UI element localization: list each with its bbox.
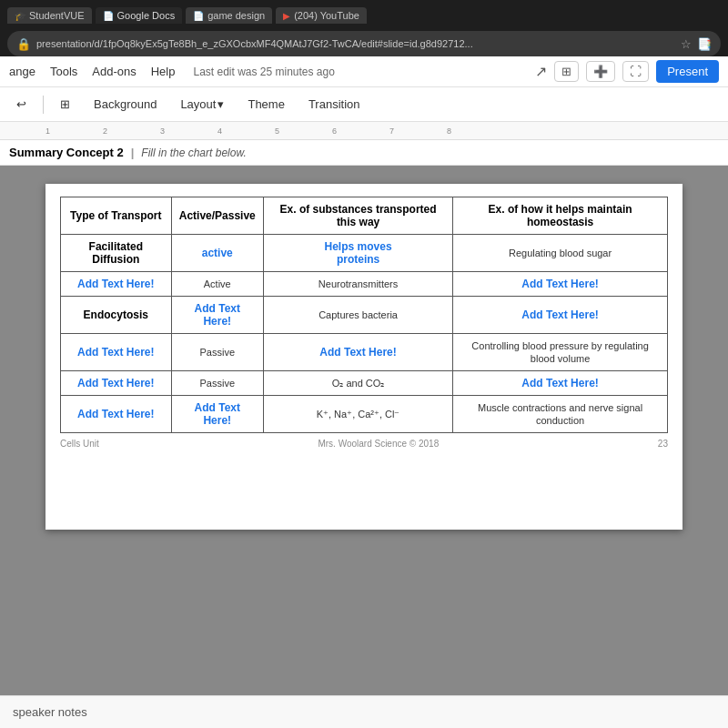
- transport-table: Type of Transport Active/Passive Ex. of …: [60, 197, 668, 433]
- cell-endocytosis[interactable]: Endocytosis: [84, 308, 148, 321]
- last-edit-text: Last edit was 25 minutes ago: [193, 66, 334, 78]
- tab-google-docs[interactable]: 📄 Google Docs: [96, 7, 183, 24]
- app-area: ange Tools Add-ons Help Last edit was 25…: [0, 56, 728, 728]
- menu-item-ange[interactable]: ange: [9, 65, 35, 78]
- cell-ions: K⁺, Na⁺, Ca²⁺, Cl⁻: [317, 409, 400, 420]
- cell-blood-sugar: Regulating blood sugar: [509, 248, 612, 258]
- cell-add-text-r3c2[interactable]: Add Text Here!: [195, 302, 240, 328]
- cell-add-text-r4c3[interactable]: Add Text Here!: [319, 346, 396, 359]
- ruler: 12345678: [0, 122, 728, 140]
- cell-passive-2: Passive: [200, 378, 236, 389]
- cell-add-text-r5c4[interactable]: Add Text Here!: [521, 377, 598, 389]
- browser-chrome: 🎓 StudentVUE 📄 Google Docs 📄 game design…: [0, 0, 728, 56]
- cell-active-2: Active: [204, 278, 231, 289]
- ruler-marks: 12345678: [46, 126, 451, 136]
- speaker-notes-bar[interactable]: speaker notes: [0, 695, 728, 728]
- table-row: Endocytosis Add Text Here! Captures bact…: [61, 297, 668, 334]
- menu-item-addons[interactable]: Add-ons: [92, 65, 136, 78]
- transition-button[interactable]: Transition: [301, 94, 368, 115]
- chevron-down-icon: ▾: [217, 97, 224, 111]
- star-icon[interactable]: ☆: [681, 37, 692, 51]
- menu-item-help[interactable]: Help: [151, 65, 176, 78]
- menu-bar: ange Tools Add-ons Help Last edit was 25…: [0, 56, 728, 87]
- theme-button[interactable]: Theme: [240, 94, 291, 115]
- bookmark-icon[interactable]: 📑: [697, 37, 712, 51]
- col-header-homeostasis: Ex. of how it helps maintain homeostasis: [453, 197, 668, 235]
- lock-icon: 🔒: [16, 37, 31, 51]
- footer-center: Mrs. Woolard Science © 2018: [318, 439, 439, 449]
- cell-add-text-r2c4[interactable]: Add Text Here!: [521, 278, 598, 290]
- cell-blood-pressure: Controlling blood pressure by regulating…: [471, 340, 648, 364]
- cell-add-text-r5c1[interactable]: Add Text Here!: [77, 377, 154, 389]
- background-button[interactable]: Background: [86, 94, 164, 115]
- slide-title: Summary Concept 2: [9, 146, 124, 159]
- grid-view-button[interactable]: ⊞: [554, 61, 579, 82]
- menu-right: ↗ ⊞ ➕ ⛶ Present: [535, 60, 719, 83]
- cell-add-text-r6c1[interactable]: Add Text Here!: [77, 408, 154, 420]
- table-row: Add Text Here! Passive O₂ and CO₂ Add Te…: [61, 371, 668, 396]
- cell-o2-co2: O₂ and CO₂: [332, 378, 385, 389]
- undo-button[interactable]: ↩: [9, 94, 34, 115]
- tab-game-design[interactable]: 📄 game design: [186, 7, 272, 24]
- cell-add-text-r3c4[interactable]: Add Text Here!: [521, 308, 598, 321]
- col-header-substances: Ex. of substances transported this way: [263, 197, 452, 235]
- table-row: Add Text Here! Passive Add Text Here! Co…: [61, 334, 668, 371]
- cell-neurotransmitters: Neurotransmitters: [318, 278, 398, 289]
- cell-facilitated-diffusion[interactable]: Facilitated Diffusion: [89, 240, 143, 266]
- cell-helps-moves[interactable]: Helps movesproteins: [325, 240, 392, 266]
- toolbar-divider-1: [43, 96, 44, 114]
- toolbar: ↩ ⊞ Background Layout ▾ Theme Transition: [0, 87, 728, 122]
- cell-add-text-r6c2[interactable]: Add Text Here!: [195, 401, 240, 427]
- slide-area: Type of Transport Active/Passive Ex. of …: [0, 166, 728, 695]
- speaker-notes-label: speaker notes: [13, 705, 87, 719]
- cell-active-1[interactable]: active: [202, 247, 233, 259]
- col-header-type: Type of Transport: [61, 197, 172, 235]
- tab-bar: 🎓 StudentVUE 📄 Google Docs 📄 game design…: [0, 0, 728, 27]
- cell-muscle-contractions: Muscle contractions and nerve signal con…: [478, 402, 642, 426]
- table-row: Add Text Here! Active Neurotransmitters …: [61, 272, 668, 297]
- sparkline-icon[interactable]: ↗: [535, 63, 547, 80]
- layout-button[interactable]: Layout ▾: [173, 94, 231, 115]
- cell-passive-1: Passive: [200, 347, 236, 358]
- menu-item-tools[interactable]: Tools: [50, 65, 77, 78]
- address-bar[interactable]: 🔒 presentation/d/1fpOq8kyEx5gTe8Bh_e_zGX…: [7, 31, 721, 56]
- cell-add-text-r4c1[interactable]: Add Text Here!: [77, 346, 154, 359]
- slide-subtitle: Fill in the chart below.: [141, 147, 246, 159]
- footer-page-number: 23: [658, 439, 668, 449]
- slide-footer: Cells Unit Mrs. Woolard Science © 2018 2…: [60, 439, 668, 449]
- tab-youtube[interactable]: ▶ (204) YouTube: [276, 7, 367, 24]
- breadcrumb-bar: Summary Concept 2 | Fill in the chart be…: [0, 140, 728, 166]
- col-header-active-passive: Active/Passive: [171, 197, 263, 235]
- slide[interactable]: Type of Transport Active/Passive Ex. of …: [46, 184, 682, 530]
- cell-captures-bacteria: Captures bacteria: [318, 309, 398, 320]
- table-row: Add Text Here! Add Text Here! K⁺, Na⁺, C…: [61, 396, 668, 433]
- address-text: presentation/d/1fpOq8kyEx5gTe8Bh_e_zGXOc…: [36, 38, 675, 49]
- table-row: Facilitated Diffusion active Helps moves…: [61, 235, 668, 272]
- present-button[interactable]: Present: [656, 60, 719, 83]
- footer-left: Cells Unit: [60, 439, 99, 449]
- cell-add-text-r2c1[interactable]: Add Text Here!: [77, 278, 154, 290]
- textbox-button[interactable]: ⊞: [53, 94, 77, 115]
- fullscreen-button[interactable]: ⛶: [622, 61, 649, 82]
- add-slide-button[interactable]: ➕: [586, 61, 615, 82]
- tab-studentvue[interactable]: 🎓 StudentVUE: [7, 7, 92, 24]
